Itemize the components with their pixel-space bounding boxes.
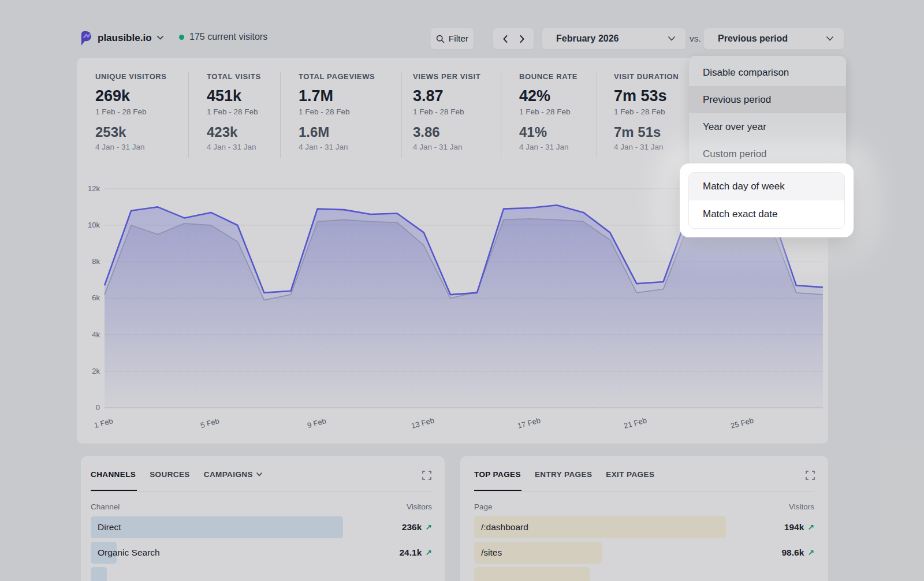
dim-overlay <box>0 0 924 581</box>
popup-item-match-exact-date[interactable]: Match exact date <box>689 200 844 228</box>
match-mode-popup-inner: Match day of week Match exact date <box>688 172 845 229</box>
popup-item-match-day-of-week[interactable]: Match day of week <box>689 173 844 200</box>
match-mode-popup: Match day of week Match exact date <box>680 163 854 237</box>
